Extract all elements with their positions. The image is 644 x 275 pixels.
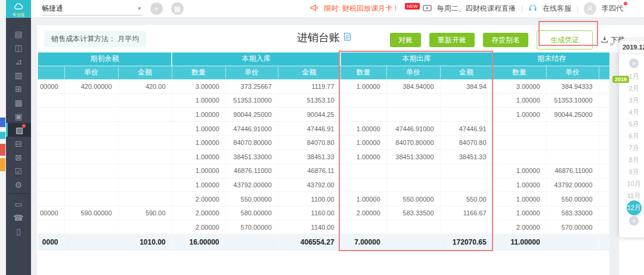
- table-cell: [599, 94, 610, 108]
- table-cell: [118, 122, 172, 136]
- toolbar-buttons: 对账重新开账存货别名生成凭证: [390, 30, 593, 50]
- table-cell: [546, 135, 599, 150]
- inventory-alias-button[interactable]: 存货别名: [483, 33, 528, 47]
- month-item-10月[interactable]: 10月: [619, 178, 644, 190]
- edition-label: 专业版: [13, 13, 25, 17]
- month-item-11月[interactable]: 11月: [619, 190, 644, 202]
- table-cell: [118, 107, 172, 122]
- month-item-9月[interactable]: 9月: [619, 166, 644, 178]
- total-cell: 406554.27: [278, 234, 340, 251]
- add-button[interactable]: +: [150, 2, 163, 15]
- sidebar-item-assets-icon[interactable]: ▣: [6, 109, 31, 123]
- sidebar-item-calendar-icon[interactable]: ⊞: [6, 82, 31, 95]
- company-select[interactable]: 畅捷通 ▼: [42, 2, 142, 16]
- table-cell: 1.00000: [172, 178, 225, 192]
- table-cell: 1.00000: [172, 94, 225, 108]
- table-cell: 580.00000: [225, 206, 278, 220]
- topbar: 畅捷通 ▼ + ▦ 限时: 财税回放课月卡！ NEW 每周二、四财税课程直播 |…: [31, 0, 644, 18]
- app-logo[interactable]: 专业版: [6, 0, 31, 18]
- header-group: 本期入库: [172, 52, 340, 66]
- table-cell: 84070.80: [278, 135, 340, 150]
- table-cell: 1.00000: [172, 150, 225, 164]
- table-cell: 1.00000: [493, 178, 546, 192]
- month-list: 1月2月3月4月5月6月7月8月9月10月11月12月: [619, 70, 644, 214]
- sidebar-item-manual-icon[interactable]: ▯: [6, 224, 31, 238]
- table-cell: [118, 164, 172, 178]
- scrollbar-track[interactable]: [609, 52, 619, 275]
- table-cell: [64, 122, 118, 136]
- table-cell: [546, 122, 599, 136]
- total-cell: [64, 234, 118, 251]
- month-item-3月[interactable]: 3月: [619, 94, 644, 106]
- table-cell: 90044.25: [278, 107, 340, 122]
- month-item-2月[interactable]: 2月: [619, 82, 644, 94]
- table-row: 1.0000043792.0000043792.001.0000043792.0…: [38, 178, 610, 192]
- generate-voucher-button[interactable]: 生成凭证: [537, 30, 593, 50]
- table-cell: [118, 150, 172, 164]
- live-course-link[interactable]: 每周二、四财税课程直播: [437, 4, 516, 14]
- table-cell: 2.00000: [172, 220, 225, 234]
- online-service-link[interactable]: 在线客服: [543, 4, 571, 14]
- sidebar-item-report-chart-icon[interactable]: ⊿: [6, 54, 31, 68]
- table-cell: 84070.80000: [386, 135, 440, 150]
- table-cell: [493, 150, 546, 164]
- table-cell: 43792.00000: [225, 178, 278, 192]
- live-video-icon: [423, 4, 432, 13]
- user-name[interactable]: 李四代: [602, 4, 627, 14]
- month-item-12月[interactable]: 12月: [619, 202, 644, 214]
- table-cell: 1.00000: [172, 122, 225, 136]
- month-item-6月[interactable]: 6月: [619, 130, 644, 142]
- reopen-button[interactable]: 重新开账: [429, 33, 475, 47]
- sidebar-item-settings-icon[interactable]: ⚙: [6, 178, 31, 191]
- sidebar-item-video-icon[interactable]: ▭: [6, 197, 31, 211]
- sidebar-nav-bottom: ▭☎▯: [6, 197, 31, 238]
- chevron-up-icon[interactable]: ∧: [629, 58, 639, 68]
- sidebar-item-audit-icon[interactable]: ☑: [6, 164, 31, 178]
- sidebar-item-voucher-icon[interactable]: ◫: [6, 41, 31, 54]
- sidebar-divider: [8, 193, 29, 194]
- table-row: 1.0000090044.2500090044.251.0000090044.2…: [38, 107, 610, 122]
- table-cell: [340, 164, 386, 178]
- sidebar-item-ledger-icon[interactable]: ▤: [6, 27, 31, 41]
- month-item-5月[interactable]: 5月: [619, 118, 644, 130]
- sidebar-item-inventory-icon[interactable]: ▨: [6, 123, 31, 137]
- header-cell: 数量: [172, 66, 225, 79]
- cost-method-value: 月平均: [117, 35, 139, 43]
- table-cell: 570.00000: [546, 220, 599, 234]
- apps-grid-button[interactable]: ▦: [171, 2, 184, 15]
- month-item-8月[interactable]: 8月: [619, 154, 644, 166]
- header-cell: 金额: [278, 66, 340, 79]
- sidebar-item-tax-icon[interactable]: ⊠: [6, 150, 31, 164]
- table-cell: 46876.11000: [546, 164, 599, 178]
- table-cell: [599, 150, 610, 164]
- desktop-fragment: [0, 158, 5, 171]
- collapse-panel-icon[interactable]: »: [609, 39, 614, 48]
- sidebar-item-invoice-icon[interactable]: ▥: [6, 68, 31, 82]
- table-row: 2.00000570.000001140.002.00000570.00000: [38, 220, 610, 234]
- month-label: 4月: [628, 108, 639, 117]
- sidebar-item-salary-icon[interactable]: ⊟: [6, 137, 31, 150]
- table-cell: [599, 122, 610, 136]
- sidebar-item-phone-icon[interactable]: ☎: [6, 211, 31, 224]
- period-selector[interactable]: 2019.12: [620, 40, 644, 54]
- promo-link[interactable]: 限时: 财税回放课月卡！: [324, 4, 400, 14]
- total-cell: [386, 234, 440, 251]
- table-header-group-row: 期初余额本期入库本期出库期末结存: [38, 52, 610, 66]
- desktop-fragment: [0, 144, 5, 156]
- table-cell: 84070.80: [440, 135, 493, 150]
- table-cell: 38451.33: [278, 150, 340, 164]
- month-item-4月[interactable]: 4月: [619, 106, 644, 118]
- month-item-7月[interactable]: 7月: [619, 142, 644, 154]
- header-group: 期初余额: [38, 52, 172, 66]
- sidebar-item-books-icon[interactable]: ▦: [6, 95, 31, 109]
- document-icon[interactable]: [343, 32, 351, 44]
- divider: |: [521, 5, 523, 13]
- table-cell: 384.94: [440, 79, 493, 94]
- month-label: 10月: [627, 180, 640, 189]
- reconcile-button[interactable]: 对账: [390, 33, 421, 47]
- total-cell: [225, 234, 278, 251]
- cost-method-label: 销售成本计算方法：: [51, 35, 116, 43]
- total-cell: 172070.65: [440, 234, 493, 251]
- chevron-down-icon[interactable]: ∨: [629, 216, 639, 225]
- avatar[interactable]: [584, 2, 596, 15]
